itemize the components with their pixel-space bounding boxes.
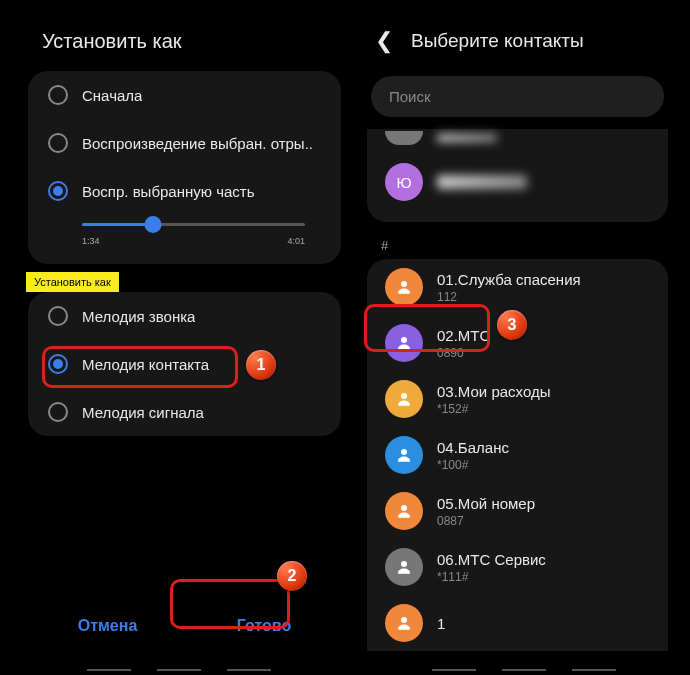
contact-name: 06.МТС Сервис [437, 551, 650, 568]
contact-name: 04.Баланс [437, 439, 650, 456]
blurred-name [437, 134, 497, 142]
page-title: Установить как [42, 30, 341, 53]
highlight-tag: Установить как [26, 272, 119, 292]
radio-play-selected-fragment[interactable]: Воспроизведение выбран. отры.. [28, 119, 341, 167]
radio-icon-selected [48, 181, 68, 201]
radio-icon [48, 306, 68, 326]
back-icon[interactable]: ❮ [375, 28, 393, 54]
set-as-options-card: Мелодия звонка Мелодия контакта Мелодия … [28, 292, 341, 436]
contacts-pane: ❮ Выберите контакты Поиск Ю # 01.Служба … [357, 0, 690, 675]
blurred-name [437, 175, 527, 189]
contact-row[interactable] [367, 131, 668, 154]
svg-point-6 [401, 617, 407, 623]
radio-icon [48, 133, 68, 153]
radio-label: Сначала [82, 87, 142, 104]
contact-name: 02.МТС [437, 327, 650, 344]
avatar [385, 324, 423, 362]
step-marker-3: 3 [497, 310, 527, 340]
avatar [385, 268, 423, 306]
radio-label: Воспроизведение выбран. отры.. [82, 135, 313, 152]
nav-indicator [357, 669, 690, 671]
contact-name: 01.Служба спасения [437, 271, 650, 288]
contact-row[interactable]: 03.Мои расходы*152# [367, 371, 668, 427]
radio-icon-selected [48, 354, 68, 374]
contact-sub: 112 [437, 290, 650, 304]
radio-label: Мелодия звонка [82, 308, 195, 325]
radio-contact-melody[interactable]: Мелодия контакта [28, 340, 341, 388]
contact-row[interactable]: 04.Баланс*100# [367, 427, 668, 483]
slider-end-time: 4:01 [287, 236, 305, 246]
radio-alarm[interactable]: Мелодия сигнала [28, 388, 341, 436]
avatar [385, 131, 423, 145]
search-input[interactable]: Поиск [371, 76, 664, 117]
avatar [385, 436, 423, 474]
avatar: Ю [385, 163, 423, 201]
contact-row[interactable]: 01.Служба спасения112 [367, 259, 668, 315]
radio-label: Мелодия сигнала [82, 404, 204, 421]
contact-row[interactable]: Ю [367, 154, 668, 210]
radio-play-from-start[interactable]: Сначала [28, 71, 341, 119]
contact-sub: 0890 [437, 346, 650, 360]
radio-icon [48, 85, 68, 105]
svg-point-3 [401, 449, 407, 455]
radio-label: Воспр. выбранную часть [82, 183, 255, 200]
contact-name: 1 [437, 615, 650, 632]
cancel-button[interactable]: Отмена [50, 603, 166, 649]
svg-point-5 [401, 561, 407, 567]
done-button[interactable]: Готово [209, 603, 319, 649]
contact-row[interactable]: 1 [367, 595, 668, 651]
avatar [385, 548, 423, 586]
playback-slider[interactable]: 1:34 4:01 [28, 223, 341, 264]
header-title: Выберите контакты [411, 30, 584, 52]
playback-options-card: Сначала Воспроизведение выбран. отры.. В… [28, 71, 341, 264]
radio-icon [48, 402, 68, 422]
avatar [385, 380, 423, 418]
contact-sub: *152# [437, 402, 650, 416]
svg-point-0 [401, 281, 407, 287]
radio-play-selected-part[interactable]: Воспр. выбранную часть [28, 167, 341, 215]
contact-sub: *100# [437, 458, 650, 472]
section-header: # [361, 228, 674, 259]
contact-name: 03.Мои расходы [437, 383, 650, 400]
dialog-buttons: Отмена Готово [28, 603, 341, 649]
recent-contacts-card: Ю [367, 129, 668, 222]
svg-point-4 [401, 505, 407, 511]
contact-row[interactable]: 06.МТС Сервис*111# [367, 539, 668, 595]
svg-point-2 [401, 393, 407, 399]
avatar [385, 492, 423, 530]
contact-row[interactable]: 05.Мой номер0887 [367, 483, 668, 539]
step-marker-1: 1 [246, 350, 276, 380]
nav-indicator [0, 669, 357, 671]
contact-name: 05.Мой номер [437, 495, 650, 512]
svg-point-1 [401, 337, 407, 343]
avatar [385, 604, 423, 642]
step-marker-2: 2 [277, 561, 307, 591]
contact-sub: 0887 [437, 514, 650, 528]
contact-sub: *111# [437, 570, 650, 584]
radio-ringtone[interactable]: Мелодия звонка [28, 292, 341, 340]
slider-start-time: 1:34 [82, 236, 100, 246]
contacts-header: ❮ Выберите контакты [361, 12, 674, 70]
radio-label: Мелодия контакта [82, 356, 209, 373]
